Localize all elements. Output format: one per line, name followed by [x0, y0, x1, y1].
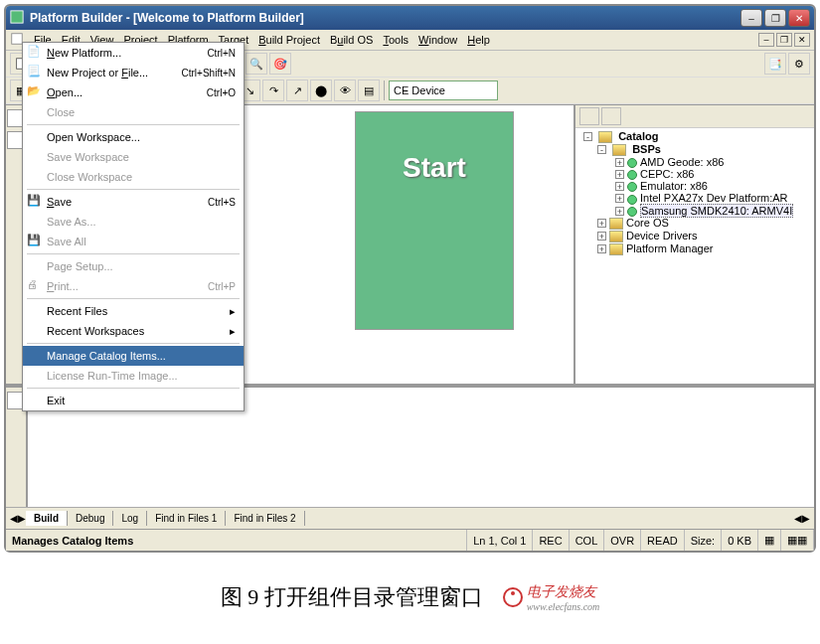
bsps-label: BSPs [632, 143, 661, 155]
tb-memory-icon[interactable]: ▤ [358, 80, 380, 101]
tree-root[interactable]: - Catalog [579, 130, 810, 143]
menu-exit[interactable]: Exit [23, 391, 244, 410]
elecfans-watermark: 电子发烧友 www.elecfans.com [503, 583, 600, 612]
folder-icon [598, 131, 612, 143]
catalog-tree[interactable]: - Catalog - BSPs +AMD Geode: x86 +CEPC: … [575, 128, 814, 377]
close-button[interactable]: ✕ [788, 9, 810, 27]
status-position: Ln 1, Col 1 [467, 530, 533, 551]
menu-new-platform[interactable]: 📄New Platform...Ctrl+N [23, 43, 244, 63]
tb-find-icon[interactable]: 🔍 [246, 53, 267, 75]
catalog-btn-2[interactable] [601, 107, 621, 125]
catalog-btn-1[interactable] [579, 107, 599, 125]
tb-watch-icon[interactable]: 👁 [334, 80, 356, 101]
component-icon [627, 207, 637, 217]
status-read: READ [641, 530, 685, 551]
tb-stepout-icon[interactable]: ↗ [286, 80, 308, 101]
folder-icon [609, 243, 623, 255]
menu-print: 🖨Print...Ctrl+P [23, 276, 244, 296]
output-tab-find2[interactable]: Find in Files 2 [226, 511, 304, 526]
menu-recent-workspaces[interactable]: Recent Workspaces▸ [23, 321, 244, 341]
menu-manage-catalog[interactable]: Manage Catalog Items... [23, 346, 244, 366]
catalog-pane: - Catalog - BSPs +AMD Geode: x86 +CEPC: … [575, 105, 814, 384]
app-window: Platform Builder - [Welcome to Platform … [4, 4, 816, 553]
output-tab-find1[interactable]: Find in Files 1 [147, 511, 226, 526]
expand-icon[interactable]: + [597, 244, 606, 253]
component-icon [627, 170, 637, 180]
expand-icon[interactable]: + [597, 232, 606, 241]
statusbar: Manages Catalog Items Ln 1, Col 1 REC CO… [6, 529, 814, 551]
tree-bsp-item[interactable]: +Emulator: x86 [579, 180, 810, 192]
menu-save[interactable]: 💾SaveCtrl+S [23, 192, 244, 212]
tb-breakpoint-icon[interactable]: ⬤ [310, 80, 332, 101]
tab-scroll-right[interactable]: ▶ [802, 513, 810, 524]
tree-item[interactable]: +Core OS [579, 217, 810, 230]
folder-icon [609, 218, 623, 230]
mdi-minimize[interactable]: – [758, 33, 774, 47]
window-title: Platform Builder - [Welcome to Platform … [30, 11, 740, 25]
device-combo[interactable]: CE Device [389, 80, 498, 100]
tree-bsp-item[interactable]: +CEPC: x86 [579, 168, 810, 180]
mdi-close[interactable]: ✕ [794, 33, 810, 47]
menu-open-workspace[interactable]: Open Workspace... [23, 127, 244, 147]
menu-tools[interactable]: Tools [383, 34, 409, 46]
elecfans-brand: 电子发烧友 [527, 584, 596, 599]
minimize-button[interactable]: – [740, 9, 762, 27]
catalog-toolbar [575, 105, 814, 128]
svg-rect-0 [11, 11, 23, 23]
tab-nav-left[interactable]: ◀ [10, 513, 18, 524]
menu-separator [27, 253, 240, 254]
menu-save-all: 💾Save All [23, 232, 244, 251]
svg-rect-1 [12, 34, 23, 45]
menu-open[interactable]: 📂Open...Ctrl+O [23, 82, 244, 102]
maximize-button[interactable]: ❐ [764, 9, 786, 27]
status-rec: REC [533, 530, 569, 551]
expand-icon[interactable]: + [615, 170, 624, 179]
menu-separator [27, 298, 240, 299]
catalog-root-label: Catalog [618, 130, 658, 142]
tree-bsp-item[interactable]: +AMD Geode: x86 [579, 156, 810, 168]
tree-bsps[interactable]: - BSPs [579, 143, 810, 156]
titlebar: Platform Builder - [Welcome to Platform … [6, 6, 814, 30]
tb-target-icon[interactable]: 🎯 [269, 53, 291, 75]
menu-close-workspace: Close Workspace [23, 167, 244, 187]
menu-window[interactable]: Window [418, 34, 457, 46]
collapse-icon[interactable]: - [583, 132, 592, 141]
tb-extra-icon[interactable]: ⚙ [788, 53, 810, 75]
mdi-buttons: – ❐ ✕ [758, 33, 810, 47]
figure-caption: 图 9 打开组件目录管理窗口 [221, 582, 483, 612]
folder-icon [609, 231, 623, 242]
output-tab-build[interactable]: Build [26, 511, 68, 526]
menu-new-project[interactable]: 📃New Project or File...Ctrl+Shift+N [23, 63, 244, 82]
expand-icon[interactable]: + [615, 207, 624, 216]
status-indicator-1: ▦ [758, 530, 781, 551]
status-help: Manages Catalog Items [6, 530, 467, 551]
expand-icon[interactable]: + [615, 182, 624, 191]
status-size-value: 0 KB [722, 530, 758, 551]
menu-build-os[interactable]: Build OS [330, 34, 373, 46]
menu-separator [27, 388, 240, 389]
component-icon [627, 158, 637, 168]
menu-help[interactable]: Help [467, 34, 490, 46]
tree-bsp-item[interactable]: +Intel PXA27x Dev Platform:AR [579, 192, 810, 204]
expand-icon[interactable]: + [615, 194, 624, 203]
tab-scroll-left[interactable]: ◀ [794, 513, 802, 524]
expand-icon[interactable]: + [615, 158, 624, 167]
output-tab-log[interactable]: Log [113, 511, 147, 526]
tree-item[interactable]: +Platform Manager [579, 242, 810, 255]
collapse-icon[interactable]: - [597, 145, 606, 154]
app-icon [10, 10, 26, 26]
tree-item[interactable]: +Device Drivers [579, 230, 810, 242]
new-platform-icon: 📄 [27, 45, 43, 61]
tb-stepover-icon[interactable]: ↷ [262, 80, 284, 101]
tree-bsp-item[interactable]: +Samsung SMDK2410: ARMV4I [579, 205, 810, 217]
menu-build-project[interactable]: Build Project [258, 34, 320, 46]
mdi-restore[interactable]: ❐ [776, 33, 792, 47]
output-tab-debug[interactable]: Debug [68, 511, 113, 526]
expand-icon[interactable]: + [597, 219, 606, 228]
tb-catalog-icon[interactable]: 📑 [764, 53, 786, 75]
folder-icon [612, 144, 626, 156]
status-col: COL [570, 530, 605, 551]
menu-save-workspace: Save Workspace [23, 147, 244, 167]
menu-recent-files[interactable]: Recent Files▸ [23, 301, 244, 321]
tab-nav-right[interactable]: ▶ [18, 513, 26, 524]
